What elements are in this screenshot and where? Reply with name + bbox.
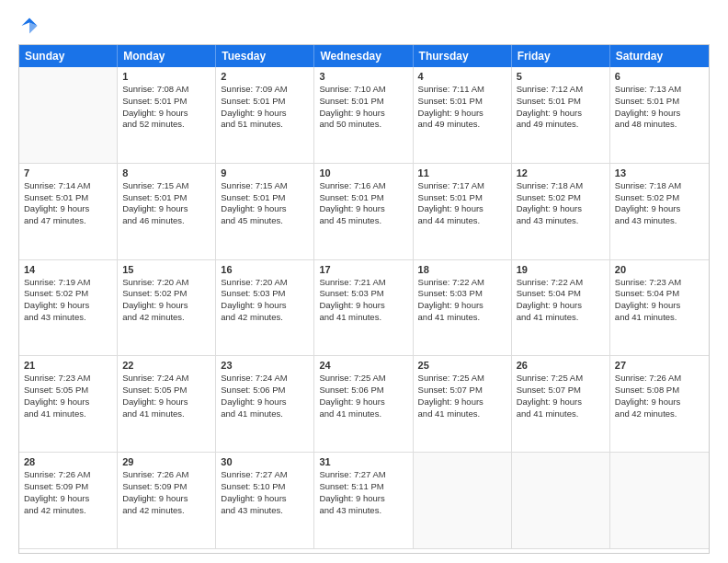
weekday-header-thursday: Thursday [414,45,512,67]
cell-info-line: Sunrise: 7:23 AM [24,373,112,385]
cell-info-line: Sunset: 5:05 PM [122,385,210,396]
cell-info-line: Sunset: 5:05 PM [24,385,112,396]
day-number: 21 [24,360,112,371]
cell-info-line: Daylight: 9 hours [24,396,112,408]
cell-info-line: Sunset: 5:11 PM [319,481,407,493]
cell-info-line: Sunrise: 7:26 AM [122,469,210,481]
cell-info-line: Sunrise: 7:10 AM [319,84,407,96]
day-number: 12 [517,167,605,178]
cell-info-line: Sunrise: 7:18 AM [517,180,605,192]
calendar-cell-week0-day3: 3Sunrise: 7:10 AMSunset: 5:01 PMDaylight… [314,67,413,164]
calendar-cell-week0-day2: 2Sunrise: 7:09 AMSunset: 5:01 PMDaylight… [216,67,314,164]
logo [18,15,44,37]
cell-info-line: Daylight: 9 hours [418,108,506,120]
cell-info-line: Sunset: 5:03 PM [221,288,309,300]
day-number: 29 [122,456,210,467]
cell-info-line: Sunrise: 7:08 AM [122,84,210,96]
cell-info-line: Sunset: 5:01 PM [517,96,605,108]
calendar-cell-week2-day1: 15Sunrise: 7:20 AMSunset: 5:02 PMDayligh… [118,260,216,357]
weekday-header-tuesday: Tuesday [216,45,314,67]
cell-info-line: Sunset: 5:01 PM [615,96,704,108]
cell-info-line: Sunset: 5:09 PM [24,481,112,493]
cell-info-line: Sunrise: 7:14 AM [24,180,112,192]
day-number: 23 [221,360,309,371]
day-number: 17 [319,264,407,275]
cell-info-line: Daylight: 9 hours [122,493,210,505]
cell-info-line: Sunrise: 7:16 AM [319,180,407,192]
calendar-cell-week1-day6: 13Sunrise: 7:18 AMSunset: 5:02 PMDayligh… [610,164,709,260]
cell-info-line: Sunset: 5:01 PM [418,192,506,204]
logo-icon [18,15,40,37]
calendar-cell-week4-day2: 30Sunrise: 7:27 AMSunset: 5:10 PMDayligh… [216,453,314,549]
cell-info-line: Sunset: 5:02 PM [615,192,704,204]
cell-info-line: Sunset: 5:02 PM [517,192,605,204]
cell-info-line: Daylight: 9 hours [319,396,407,408]
calendar-cell-week3-day5: 26Sunrise: 7:25 AMSunset: 5:07 PMDayligh… [512,356,610,453]
calendar-cell-week4-day4 [414,453,512,549]
cell-info-line: and 43 minutes. [615,215,704,227]
calendar-cell-week1-day3: 10Sunrise: 7:16 AMSunset: 5:01 PMDayligh… [314,164,413,260]
cell-info-line: Daylight: 9 hours [221,203,309,215]
cell-info-line: Sunset: 5:01 PM [221,192,309,204]
cell-info-line: Daylight: 9 hours [418,396,506,408]
cell-info-line: and 43 minutes. [221,505,309,517]
calendar-cell-week3-day0: 21Sunrise: 7:23 AMSunset: 5:05 PMDayligh… [19,356,118,453]
cell-info-line: Sunset: 5:02 PM [24,288,112,300]
cell-info-line: and 41 minutes. [418,312,506,324]
cell-info-line: Sunset: 5:07 PM [517,385,605,396]
day-number: 5 [517,71,605,82]
calendar-cell-week3-day2: 23Sunrise: 7:24 AMSunset: 5:06 PMDayligh… [216,356,314,453]
day-number: 26 [517,360,605,371]
cell-info-line: Daylight: 9 hours [221,396,309,408]
cell-info-line: Daylight: 9 hours [615,396,704,408]
cell-info-line: Sunrise: 7:18 AM [615,180,704,192]
day-number: 25 [418,360,506,371]
cell-info-line: Daylight: 9 hours [122,203,210,215]
cell-info-line: Daylight: 9 hours [319,108,407,120]
cell-info-line: Daylight: 9 hours [615,203,704,215]
cell-info-line: and 43 minutes. [24,312,112,324]
cell-info-line: Sunrise: 7:25 AM [517,373,605,385]
calendar-cell-week1-day4: 11Sunrise: 7:17 AMSunset: 5:01 PMDayligh… [414,164,512,260]
day-number: 14 [24,264,112,275]
cell-info-line: Daylight: 9 hours [122,300,210,312]
cell-info-line: Sunset: 5:01 PM [24,192,112,204]
cell-info-line: Daylight: 9 hours [221,493,309,505]
day-number: 4 [418,71,506,82]
calendar-cell-week1-day2: 9Sunrise: 7:15 AMSunset: 5:01 PMDaylight… [216,164,314,260]
cell-info-line: Sunrise: 7:12 AM [517,84,605,96]
day-number: 1 [122,71,210,82]
cell-info-line: Sunset: 5:07 PM [418,385,506,396]
cell-info-line: Sunrise: 7:21 AM [319,277,407,289]
day-number: 11 [418,167,506,178]
day-number: 27 [615,360,704,371]
cell-info-line: and 49 minutes. [517,119,605,131]
day-number: 22 [122,360,210,371]
cell-info-line: Daylight: 9 hours [615,108,704,120]
calendar-cell-week1-day1: 8Sunrise: 7:15 AMSunset: 5:01 PMDaylight… [118,164,216,260]
day-number: 13 [615,167,704,178]
calendar-cell-week0-day5: 5Sunrise: 7:12 AMSunset: 5:01 PMDaylight… [512,67,610,164]
weekday-header-friday: Friday [512,45,610,67]
cell-info-line: Sunrise: 7:11 AM [418,84,506,96]
page: SundayMondayTuesdayWednesdayThursdayFrid… [0,0,728,563]
cell-info-line: and 41 minutes. [615,312,704,324]
day-number: 9 [221,167,309,178]
calendar-cell-week2-day4: 18Sunrise: 7:22 AMSunset: 5:03 PMDayligh… [414,260,512,357]
cell-info-line: Sunrise: 7:25 AM [319,373,407,385]
day-number: 31 [319,456,407,467]
calendar-cell-week3-day6: 27Sunrise: 7:26 AMSunset: 5:08 PMDayligh… [610,356,709,453]
day-number: 30 [221,456,309,467]
cell-info-line: Sunset: 5:03 PM [319,288,407,300]
cell-info-line: Sunrise: 7:25 AM [418,373,506,385]
cell-info-line: Sunset: 5:08 PM [615,385,704,396]
cell-info-line: Sunrise: 7:20 AM [221,277,309,289]
weekday-header-sunday: Sunday [19,45,118,67]
calendar: SundayMondayTuesdayWednesdayThursdayFrid… [18,44,710,554]
calendar-cell-week2-day3: 17Sunrise: 7:21 AMSunset: 5:03 PMDayligh… [314,260,413,357]
calendar-cell-week4-day3: 31Sunrise: 7:27 AMSunset: 5:11 PMDayligh… [314,453,413,549]
cell-info-line: Sunrise: 7:15 AM [122,180,210,192]
calendar-cell-week4-day0: 28Sunrise: 7:26 AMSunset: 5:09 PMDayligh… [19,453,118,549]
cell-info-line: Sunrise: 7:26 AM [615,373,704,385]
cell-info-line: Sunrise: 7:22 AM [517,277,605,289]
